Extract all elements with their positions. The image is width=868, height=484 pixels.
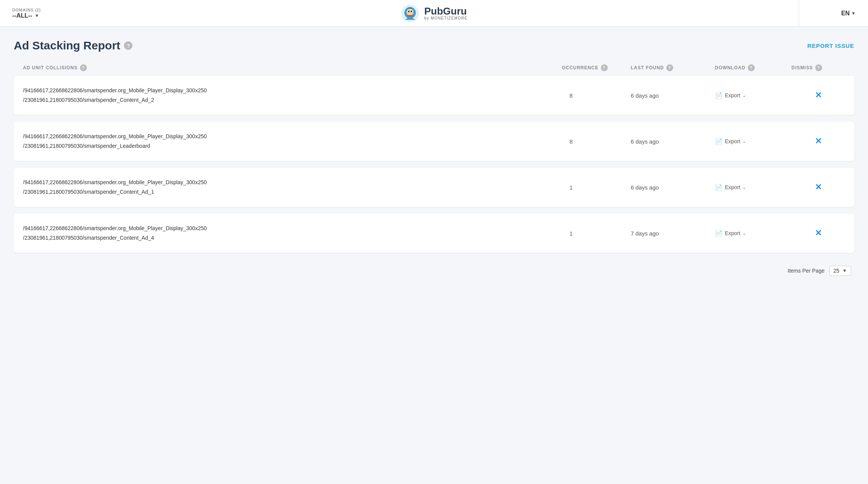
dismiss-col: ✕ <box>791 137 845 146</box>
export-label: Export <box>725 138 740 144</box>
logo-text: PubGuru by MONETIZEMORE <box>424 6 467 20</box>
table-rows: /94166617,22668622806/smartspender.org_M… <box>14 76 854 253</box>
export-button[interactable]: 📄 Export ⌄ <box>715 92 791 99</box>
svg-point-4 <box>411 10 412 12</box>
ad-unit-line-1: /94166617,22668622806/smartspender.org_M… <box>23 87 562 95</box>
ad-unit-line-2: /23081961,21800795030/smartspender_Conte… <box>23 96 562 104</box>
table-footer: Items Per Page 25 ▼ <box>14 260 854 282</box>
dismiss-help-icon[interactable]: ? <box>815 64 822 71</box>
dismiss-col: ✕ <box>791 183 845 191</box>
items-per-page-value: 25 <box>834 268 840 274</box>
chevron-down-icon: ▼ <box>34 13 39 18</box>
export-button[interactable]: 📄 Export ⌄ <box>715 184 791 191</box>
table-header: AD UNIT COLLISIONS ? OCCURRENCE ? LAST F… <box>14 64 854 76</box>
logo-mascot-icon <box>400 4 419 23</box>
export-chevron-icon: ⌄ <box>742 93 746 98</box>
ad-unit-line-1: /94166617,22668622806/smartspender.org_M… <box>23 178 562 186</box>
top-nav: DOMAINS (2) --ALL-- ▼ PubGuru by MONETIZ… <box>0 0 868 27</box>
occurrence-value: 8 <box>562 138 631 145</box>
logo-sub-text: by MONETIZEMORE <box>424 16 467 20</box>
last-found-value: 6 days ago <box>631 184 715 191</box>
domains-value: --ALL-- <box>12 12 32 19</box>
language-value: EN <box>841 10 850 17</box>
export-file-icon: 📄 <box>715 230 723 237</box>
export-button[interactable]: 📄 Export ⌄ <box>715 230 791 237</box>
report-issue-button[interactable]: REPORT ISSUE <box>808 43 855 49</box>
page-title-help-icon[interactable]: ? <box>124 41 132 50</box>
col-header-download: DOWNLOAD ? <box>715 64 791 71</box>
dismiss-button[interactable]: ✕ <box>815 137 822 146</box>
table-row: /94166617,22668622806/smartspender.org_M… <box>14 214 854 253</box>
domains-dropdown[interactable]: DOMAINS (2) --ALL-- ▼ <box>12 8 41 19</box>
svg-rect-5 <box>407 15 413 16</box>
ad-unit-line-1: /94166617,22668622806/smartspender.org_M… <box>23 132 562 141</box>
last-found-value: 6 days ago <box>631 138 715 145</box>
export-label: Export <box>725 92 740 98</box>
last-found-value: 7 days ago <box>631 230 715 237</box>
table-row: /94166617,22668622806/smartspender.org_M… <box>14 122 854 161</box>
dismiss-col: ✕ <box>791 229 845 237</box>
ad-unit-help-icon[interactable]: ? <box>80 64 87 71</box>
dismiss-button[interactable]: ✕ <box>815 183 822 191</box>
items-per-page-label: Items Per Page <box>788 268 825 274</box>
table-row: /94166617,22668622806/smartspender.org_M… <box>14 76 854 115</box>
logo-main-text: PubGuru <box>424 6 467 16</box>
ad-unit-col: /94166617,22668622806/smartspender.org_M… <box>23 178 562 196</box>
page-header: Ad Stacking Report ? REPORT ISSUE <box>14 39 854 52</box>
page-title: Ad Stacking Report ? <box>14 39 132 52</box>
svg-point-3 <box>408 10 410 12</box>
last-found-value: 6 days ago <box>631 92 715 99</box>
language-chevron-icon: ▼ <box>851 11 856 16</box>
ad-unit-col: /94166617,22668622806/smartspender.org_M… <box>23 132 562 150</box>
domains-select[interactable]: --ALL-- ▼ <box>12 12 41 19</box>
col-header-dismiss: DISMISS ? <box>791 64 845 71</box>
ad-unit-line-2: /23081961,21800795030/smartspender_Conte… <box>23 188 562 196</box>
export-label: Export <box>725 230 740 236</box>
export-chevron-icon: ⌄ <box>742 231 746 236</box>
occurrence-help-icon[interactable]: ? <box>601 64 608 71</box>
export-file-icon: 📄 <box>715 92 723 99</box>
ad-unit-line-2: /23081961,21800795030/smartspender_Conte… <box>23 234 562 242</box>
table-row: /94166617,22668622806/smartspender.org_M… <box>14 168 854 207</box>
ad-unit-line-2: /23081961,21800795030/smartspender_Leade… <box>23 142 562 150</box>
last-found-help-icon[interactable]: ? <box>666 64 673 71</box>
col-header-ad-unit: AD UNIT COLLISIONS ? <box>23 64 562 71</box>
export-file-icon: 📄 <box>715 138 723 145</box>
col-header-occurrence: OCCURRENCE ? <box>562 64 631 71</box>
occurrence-value: 1 <box>562 230 631 237</box>
export-file-icon: 📄 <box>715 184 723 191</box>
dismiss-col: ✕ <box>791 91 845 100</box>
ad-unit-col: /94166617,22668622806/smartspender.org_M… <box>23 224 562 242</box>
export-chevron-icon: ⌄ <box>742 185 746 190</box>
items-per-page-chevron-icon: ▼ <box>842 268 847 273</box>
page-title-text: Ad Stacking Report <box>14 39 120 52</box>
ad-unit-col: /94166617,22668622806/smartspender.org_M… <box>23 87 562 104</box>
main-content: Ad Stacking Report ? REPORT ISSUE AD UNI… <box>0 27 868 294</box>
logo: PubGuru by MONETIZEMORE <box>400 4 467 23</box>
ad-unit-line-1: /94166617,22668622806/smartspender.org_M… <box>23 224 562 232</box>
items-per-page-select[interactable]: 25 ▼ <box>829 266 851 276</box>
dismiss-button[interactable]: ✕ <box>815 91 822 100</box>
svg-point-2 <box>406 8 413 15</box>
download-help-icon[interactable]: ? <box>748 64 755 71</box>
occurrence-value: 8 <box>562 92 631 99</box>
language-selector[interactable]: EN ▼ <box>841 10 856 17</box>
export-label: Export <box>725 184 740 190</box>
nav-divider <box>799 0 799 26</box>
export-chevron-icon: ⌄ <box>742 139 746 144</box>
dismiss-button[interactable]: ✕ <box>815 229 822 237</box>
export-button[interactable]: 📄 Export ⌄ <box>715 138 791 145</box>
domains-label: DOMAINS (2) <box>12 8 41 12</box>
col-header-last-found: LAST FOUND ? <box>631 64 715 71</box>
occurrence-value: 1 <box>562 184 631 191</box>
